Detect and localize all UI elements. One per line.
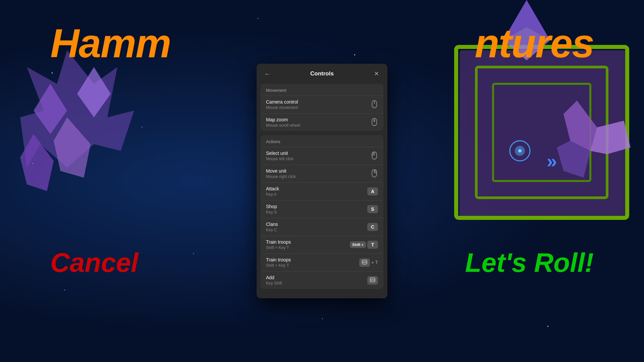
mouse-move-icon: ↕ [371,100,378,109]
svg-point-32 [363,261,364,263]
svg-point-33 [365,261,366,263]
control-train-troops-kb-badge: Shift + T [350,241,378,249]
mouse-scroll-icon [371,118,378,127]
control-train-troops-gp-badge: + T [359,258,378,267]
svg-point-35 [371,279,372,281]
control-train-troops-gamepad: Train troops Shift + Key T + T [261,253,383,271]
mouse-left-icon [371,151,378,161]
clans-key-pill: C [367,223,378,231]
svg-rect-30 [374,170,377,174]
controls-modal: ← Controls ✕ Movement Camera control Mou… [257,64,387,298]
control-shop-name: Shop [266,204,277,209]
gamepad-icon [362,260,367,264]
control-select-unit-badge [371,151,378,161]
control-clans-badge: C [367,223,378,231]
control-attack-badge: A [367,187,378,195]
control-move-unit-key: Mouse right click [266,174,296,179]
control-shop-badge: S [367,205,378,213]
control-select-unit: Select unit Mouse left click [261,147,383,165]
train-troops-gp-plus: + T [371,260,378,265]
train-troops-shift-pill: Shift + [350,241,366,248]
shop-key-pill: S [367,205,378,213]
control-add: Add Key Shift [261,271,383,289]
control-attack-name: Attack [266,186,279,191]
control-select-unit-key: Mouse left click [266,157,293,161]
modal-body: Movement Camera control Mouse movement ↕ [257,84,387,298]
svg-point-36 [373,279,374,281]
control-shop-key: Key S [266,210,277,215]
control-attack-key: Key A [266,192,279,197]
control-train-troops-kb-name: Train troops [266,239,291,245]
control-move-unit: Move unit Mouse right click [261,165,383,182]
add-key-pill [367,276,378,285]
control-attack: Attack Key A A [261,182,383,200]
control-train-troops-keyboard: Train troops Shift + Key T Shift + T [261,236,383,253]
add-gamepad-icon [370,278,375,282]
control-map-zoom: Map zoom Mouse scroll wheel [261,113,383,131]
back-button[interactable]: ← [262,68,273,79]
control-map-zoom-badge [371,118,378,127]
attack-key-pill: A [367,187,378,195]
control-camera-badge: ↕ [371,100,378,109]
control-camera-key: Mouse movement [266,105,298,110]
actions-section-header: Actions [261,135,383,147]
control-clans-name: Clans [266,222,278,227]
control-map-zoom-name: Map zoom [266,117,300,122]
control-add-key: Key Shift [266,281,282,286]
control-train-troops-kb-key: Shift + Key T [266,245,291,250]
actions-section: Actions Select unit Mouse left click [261,135,383,289]
movement-section: Movement Camera control Mouse movement ↕ [261,84,383,131]
mouse-right-icon [371,169,378,178]
control-train-troops-gp-key: Shift + Key T [266,263,291,268]
control-shop: Shop Key S S [261,200,383,218]
control-move-unit-name: Move unit [266,168,296,174]
control-camera: Camera control Mouse movement ↕ [261,96,383,113]
svg-text:↕: ↕ [373,105,374,107]
close-button[interactable]: ✕ [371,68,382,79]
control-clans: Clans Key C C [261,218,383,236]
train-troops-gp-icon-pill [359,258,370,267]
control-add-badge [367,276,378,285]
train-troops-t-pill: T [367,241,378,249]
svg-rect-24 [374,120,375,122]
control-select-unit-name: Select unit [266,150,293,156]
control-add-name: Add [266,275,282,280]
control-map-zoom-key: Mouse scroll wheel [266,123,300,128]
control-train-troops-gp-name: Train troops [266,257,291,262]
svg-rect-27 [372,152,374,156]
modal-overlay: ← Controls ✕ Movement Camera control Mou… [0,0,644,362]
control-move-unit-badge [371,169,378,178]
modal-header: ← Controls ✕ [257,64,387,84]
control-clans-key: Key C [266,228,278,232]
control-camera-name: Camera control [266,99,298,105]
modal-title: Controls [310,70,334,77]
movement-section-header: Movement [261,84,383,96]
